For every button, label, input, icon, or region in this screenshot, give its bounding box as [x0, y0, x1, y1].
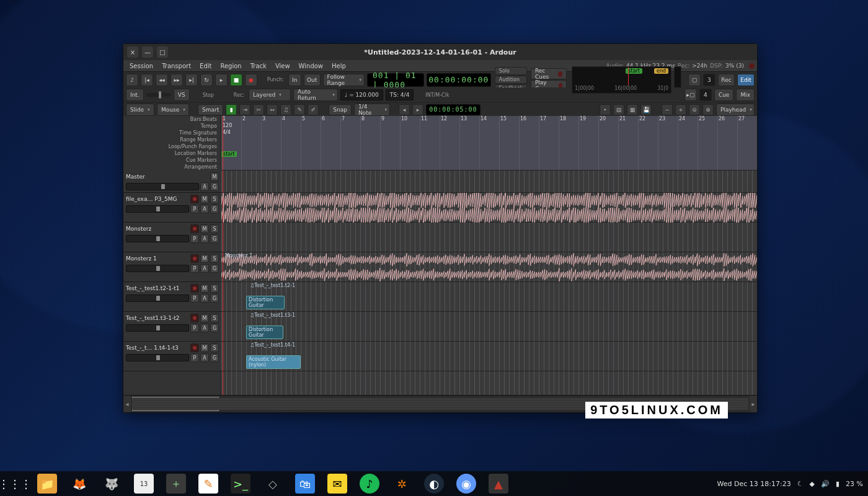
sync-int-button[interactable]: Int. [126, 89, 144, 101]
track-lane[interactable] [221, 223, 757, 252]
track-fader[interactable] [126, 235, 189, 242]
track-lane[interactable] [221, 170, 757, 193]
track-rec-button[interactable] [190, 343, 199, 352]
track-m-button[interactable]: M [200, 254, 209, 263]
xrun-led[interactable] [749, 63, 755, 69]
track-g-button[interactable]: G [210, 205, 219, 213]
track-fader[interactable] [126, 205, 189, 213]
software-icon[interactable]: 🛍 [295, 474, 315, 494]
track-p-button[interactable]: P [190, 205, 199, 213]
signature-marker[interactable]: 4/4 [223, 130, 231, 135]
track-g-button[interactable]: G [210, 353, 219, 362]
zoom-tool-c[interactable]: ▦ [627, 104, 638, 115]
track-a-button[interactable]: A [200, 353, 209, 362]
track-header[interactable]: Test_-_test1.t3-1-t2MSPAG [123, 312, 221, 342]
timecode-clock[interactable]: 00:00:00:00 [427, 73, 491, 87]
calendar-icon[interactable]: 13 [134, 474, 154, 494]
tempo-marker[interactable]: 120 [223, 123, 232, 128]
ruler-area[interactable]: 1234567891011121314151617181920212223242… [221, 116, 757, 170]
tool-range[interactable]: ⇥ [239, 104, 250, 115]
track-m-button[interactable]: M [210, 172, 219, 181]
track-fader[interactable] [126, 324, 189, 332]
punch-in-button[interactable]: In [288, 74, 301, 86]
rec-cues-button[interactable]: Rec Cues [531, 68, 567, 79]
clock[interactable]: Wed Dec 13 18:17:23 [717, 480, 790, 488]
menu-edit[interactable]: Edit [196, 62, 215, 70]
ffwd-button[interactable]: ▸▸ [170, 74, 183, 86]
goto-end-button[interactable]: ▸| [185, 74, 198, 86]
track-a-button[interactable]: A [200, 264, 209, 273]
track-a-button[interactable]: A [200, 324, 209, 332]
track-p-button[interactable]: P [190, 353, 199, 362]
mail-icon[interactable]: ✉ [327, 474, 347, 494]
track-lane[interactable] [221, 193, 757, 223]
track-header[interactable]: Test_-_t… 1.t4-1-t3MSPAG [123, 342, 221, 371]
track-fader[interactable] [126, 294, 189, 302]
track-name[interactable]: Master [126, 174, 209, 180]
nudge-clock[interactable]: 00:00:05:00 [426, 104, 480, 115]
track-m-button[interactable]: M [200, 314, 209, 322]
tab-cue[interactable]: Cue [714, 89, 734, 101]
tool-draw[interactable]: ✎ [294, 104, 305, 115]
track-lane[interactable]: ♫Test_-_test1.t3-1Distortion Guitar [221, 312, 757, 342]
track-p-button[interactable]: P [190, 234, 199, 243]
menu-region[interactable]: Region [216, 62, 245, 70]
terminal-icon[interactable]: >_ [231, 474, 250, 494]
titlebar[interactable]: × — □ *Untitled-2023-12-14-01-16-01 - Ar… [123, 44, 757, 60]
track-header[interactable]: Monsterz 1MSPAG [123, 252, 221, 282]
track-header[interactable]: file_exa… P3_5MGMSPAG [123, 193, 221, 223]
track-rec-button[interactable] [190, 284, 199, 293]
track-m-button[interactable]: M [200, 224, 209, 233]
track-header[interactable]: MasterMAG [123, 170, 221, 193]
firefox-icon[interactable]: 🦊 [69, 474, 89, 494]
track-g-button[interactable]: G [210, 182, 219, 191]
volume-icon[interactable]: 🔊 [821, 480, 830, 488]
goto-start-button[interactable]: |◂ [141, 74, 153, 86]
tool-audition[interactable]: ♫ [280, 104, 291, 115]
bbt-clock[interactable]: 001 | 01 | 0000 [367, 73, 424, 87]
tool-cut[interactable]: ✂ [253, 104, 264, 115]
track-fader[interactable] [126, 354, 189, 361]
rec-mode-select[interactable]: Layered [249, 89, 291, 101]
menu-transport[interactable]: Transport [158, 62, 195, 70]
track-s-button[interactable]: S [210, 314, 219, 322]
track-name[interactable]: Test_-_test1.t3-1-t2 [126, 315, 189, 321]
varispeed-button[interactable]: VS [174, 89, 190, 101]
track-g-button[interactable]: G [210, 234, 219, 243]
menu-view[interactable]: View [272, 62, 294, 70]
track-m-button[interactable]: M [200, 343, 209, 352]
track-m-button[interactable]: M [200, 195, 209, 203]
tool-stretch[interactable]: ↔ [267, 104, 278, 115]
stop-button[interactable]: ■ [230, 74, 242, 86]
midi-region[interactable]: Distortion Guitar [246, 296, 285, 309]
track-rec-button[interactable] [190, 314, 199, 322]
track-lane[interactable]: ♫Test_-_test1.t2-1Distortion Guitar [221, 282, 757, 312]
blender-icon[interactable]: ✲ [392, 474, 412, 494]
track-a-button[interactable]: A [200, 294, 209, 303]
calculator-icon[interactable]: ＋ [166, 474, 186, 494]
tab-rec[interactable]: Rec [718, 74, 735, 86]
editor-canvas[interactable]: Monsterz 1♫Test_-_test1.t2-1Distortion G… [221, 170, 757, 395]
track-a-button[interactable]: A [200, 205, 209, 213]
mini-timeline[interactable]: start end 1|00|0016|00|0031|0 [572, 66, 671, 94]
mouse-mode-select[interactable]: Mouse [157, 104, 189, 116]
shuttle-slider[interactable] [146, 93, 171, 97]
track-header[interactable]: Test_-_test1.t2-1-t1MSPAG [123, 282, 221, 312]
zoom-focus-select[interactable]: Playhead [716, 104, 755, 116]
chromium-icon[interactable]: ◉ [456, 474, 476, 494]
tab-mix[interactable]: Mix [736, 89, 755, 101]
auto-return-select[interactable]: Auto Return [293, 89, 338, 101]
track-fader[interactable] [126, 265, 189, 272]
nudge-right[interactable]: ▸ [412, 104, 423, 115]
layout-a-button[interactable]: ▢ [688, 74, 701, 86]
menu-session[interactable]: Session [126, 62, 157, 70]
zoom-out[interactable]: − [662, 104, 673, 115]
track-s-button[interactable]: S [210, 254, 219, 263]
midi-panic-button[interactable]: ♪ [126, 74, 138, 86]
spotify-icon[interactable]: ♪ [360, 474, 379, 494]
track-rec-button[interactable] [190, 254, 199, 263]
track-name[interactable]: Monsterz 1 [126, 255, 189, 262]
track-g-button[interactable]: G [210, 324, 219, 332]
edit-mode-select[interactable]: Slide [126, 104, 154, 116]
punch-out-button[interactable]: Out [304, 74, 321, 86]
